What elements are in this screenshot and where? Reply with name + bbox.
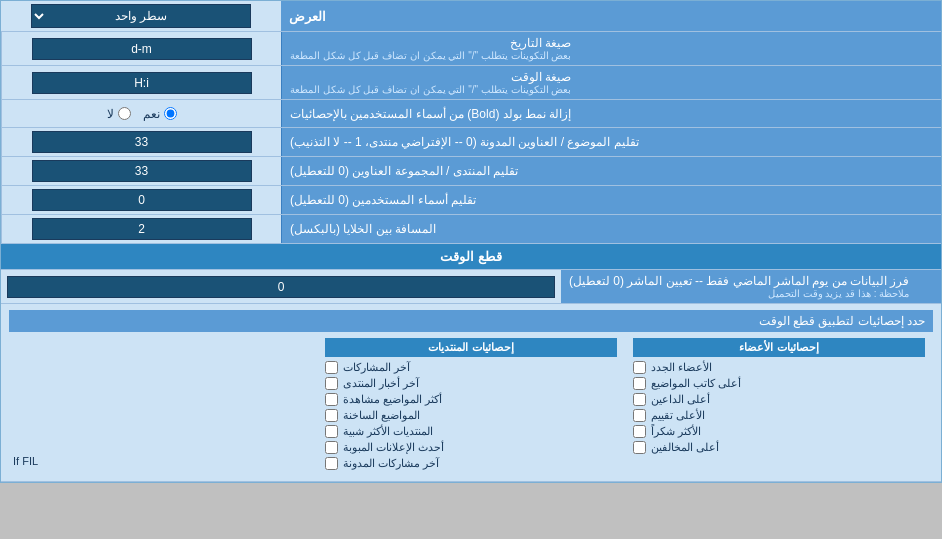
- cb-top-writers-input[interactable]: [633, 377, 646, 390]
- trim-users-row: تقليم أسماء المستخدمين (0 للتعطيل): [1, 186, 941, 215]
- checkbox-col-members: إحصائيات الأعضاء الأعضاء الجدد أعلى كاتب…: [625, 336, 933, 475]
- cb-latest-classifieds-label: أحدث الإعلانات المبوبة: [343, 441, 444, 454]
- bold-remove-radio-cell: نعم لا: [1, 100, 281, 127]
- main-container: العرض سطر واحد سطرين ثلاثة أسطر صيغة الت…: [0, 0, 942, 483]
- cb-top-inviters-label: أعلى الداعين: [651, 393, 710, 406]
- cb-new-members-label: الأعضاء الجدد: [651, 361, 712, 374]
- cb-most-viewed-input[interactable]: [325, 393, 338, 406]
- bold-remove-label: إزالة نمط بولد (Bold) من أسماء المستخدمي…: [290, 107, 571, 121]
- cb-last-blog-posts: آخر مشاركات المدونة: [325, 457, 617, 470]
- time-format-input-cell: [1, 66, 281, 99]
- cb-top-violators-label: أعلى المخالفين: [651, 441, 719, 454]
- cb-top-violators: أعلى المخالفين: [633, 441, 925, 454]
- trim-subject-row: تقليم الموضوع / العناوين المدونة (0 -- ا…: [1, 128, 941, 157]
- cb-hot-topics-input[interactable]: [325, 409, 338, 422]
- bold-yes-text: نعم: [143, 107, 160, 121]
- trim-subject-label-cell: تقليم الموضوع / العناوين المدونة (0 -- ا…: [281, 128, 941, 156]
- if-fil-label: If FIL: [9, 451, 42, 471]
- top-label-text: العرض: [289, 9, 326, 24]
- cb-last-posts: آخر المشاركات: [325, 361, 617, 374]
- cutoff-label-cell: فرز البيانات من يوم الماشر الماضي فقط --…: [561, 270, 941, 303]
- cb-forum-news: آخر أخبار المنتدى: [325, 377, 617, 390]
- cutoff-note: ملاحظة : هذا قد يزيد وقت التحميل: [569, 288, 909, 299]
- trim-users-input[interactable]: [32, 189, 252, 211]
- top-label: العرض: [281, 1, 941, 31]
- cb-forum-news-input[interactable]: [325, 377, 338, 390]
- trim-forum-label: تقليم المنتدى / المجموعة العناوين (0 للت…: [290, 164, 518, 178]
- bold-no-text: لا: [107, 107, 114, 121]
- cutoff-label: فرز البيانات من يوم الماشر الماضي فقط --…: [569, 274, 909, 288]
- trim-forum-input[interactable]: [32, 160, 252, 182]
- cb-highest-rated: الأعلى تقييم: [633, 409, 925, 422]
- cb-new-members: الأعضاء الجدد: [633, 361, 925, 374]
- time-format-input[interactable]: [32, 72, 252, 94]
- cb-latest-classifieds-input[interactable]: [325, 441, 338, 454]
- trim-subject-input[interactable]: [32, 131, 252, 153]
- trim-forum-input-cell: [1, 157, 281, 185]
- trim-users-label-cell: تقليم أسماء المستخدمين (0 للتعطيل): [281, 186, 941, 214]
- cb-most-similar-input[interactable]: [325, 425, 338, 438]
- cb-new-members-input[interactable]: [633, 361, 646, 374]
- time-format-row: صيغة الوقت بعض التكوينات يتطلب "/" التي …: [1, 66, 941, 100]
- trim-users-input-cell: [1, 186, 281, 214]
- cb-highest-rated-input[interactable]: [633, 409, 646, 422]
- cell-spacing-row: المسافة بين الخلايا (بالبكسل): [1, 215, 941, 244]
- checkbox-col-forums: إحصائيات المنتديات آخر المشاركات آخر أخب…: [317, 336, 625, 475]
- cb-last-blog-posts-input[interactable]: [325, 457, 338, 470]
- trim-users-label: تقليم أسماء المستخدمين (0 للتعطيل): [290, 193, 476, 207]
- cb-top-writers: أعلى كاتب المواضيع: [633, 377, 925, 390]
- cb-hot-topics-label: المواضيع الساخنة: [343, 409, 420, 422]
- trim-forum-label-cell: تقليم المنتدى / المجموعة العناوين (0 للت…: [281, 157, 941, 185]
- time-format-sub: بعض التكوينات يتطلب "/" التي يمكن ان تضا…: [290, 84, 571, 95]
- cb-last-blog-posts-label: آخر مشاركات المدونة: [343, 457, 439, 470]
- cutoff-input-cell: [1, 270, 561, 303]
- cb-highest-rated-label: الأعلى تقييم: [651, 409, 705, 422]
- cb-most-thanks-input[interactable]: [633, 425, 646, 438]
- members-col-header: إحصائيات الأعضاء: [633, 338, 925, 357]
- bold-remove-label-cell: إزالة نمط بولد (Bold) من أسماء المستخدمي…: [281, 100, 941, 127]
- cutoff-input[interactable]: [7, 276, 555, 298]
- cb-most-viewed-label: أكثر المواضيع مشاهدة: [343, 393, 442, 406]
- date-format-label-cell: صيغة التاريخ بعض التكوينات يتطلب "/" الت…: [281, 32, 941, 65]
- date-format-row: صيغة التاريخ بعض التكوينات يتطلب "/" الت…: [1, 32, 941, 66]
- time-format-label-cell: صيغة الوقت بعض التكوينات يتطلب "/" التي …: [281, 66, 941, 99]
- section-header-text: قطع الوقت: [440, 249, 502, 264]
- trim-subject-input-cell: [1, 128, 281, 156]
- cutoff-row: فرز البيانات من يوم الماشر الماضي فقط --…: [1, 270, 941, 304]
- checkboxes-header: حدد إحصائيات لتطبيق قطع الوقت: [9, 310, 933, 332]
- checkbox-col-extra: If FIL: [9, 336, 317, 475]
- cb-most-thanks-label: الأكثر شكراً: [651, 425, 701, 438]
- checkboxes-section: حدد إحصائيات لتطبيق قطع الوقت إحصائيات ا…: [1, 304, 941, 482]
- cb-most-similar-label: المنتديات الأكثر شبية: [343, 425, 433, 438]
- cb-top-violators-input[interactable]: [633, 441, 646, 454]
- bold-remove-row: إزالة نمط بولد (Bold) من أسماء المستخدمي…: [1, 100, 941, 128]
- cb-most-thanks: الأكثر شكراً: [633, 425, 925, 438]
- bold-no-radio[interactable]: [118, 107, 131, 120]
- date-format-sub: بعض التكوينات يتطلب "/" التي يمكن ان تضا…: [290, 50, 571, 61]
- checkboxes-header-text: حدد إحصائيات لتطبيق قطع الوقت: [759, 314, 925, 328]
- cell-spacing-input-cell: [1, 215, 281, 243]
- bold-no-label[interactable]: لا: [107, 107, 131, 121]
- cell-spacing-input[interactable]: [32, 218, 252, 240]
- checkboxes-grid: إحصائيات الأعضاء الأعضاء الجدد أعلى كاتب…: [9, 336, 933, 475]
- cb-top-inviters-input[interactable]: [633, 393, 646, 406]
- date-format-label: صيغة التاريخ: [510, 36, 571, 50]
- cb-last-posts-input[interactable]: [325, 361, 338, 374]
- trim-forum-row: تقليم المنتدى / المجموعة العناوين (0 للت…: [1, 157, 941, 186]
- trim-subject-label: تقليم الموضوع / العناوين المدونة (0 -- ا…: [290, 135, 639, 149]
- date-format-input[interactable]: [32, 38, 252, 60]
- bold-yes-label[interactable]: نعم: [143, 107, 177, 121]
- cb-top-writers-label: أعلى كاتب المواضيع: [651, 377, 741, 390]
- time-format-label: صيغة الوقت: [511, 70, 571, 84]
- cb-last-posts-label: آخر المشاركات: [343, 361, 410, 374]
- display-select[interactable]: سطر واحد سطرين ثلاثة أسطر: [31, 4, 251, 28]
- cb-hot-topics: المواضيع الساخنة: [325, 409, 617, 422]
- date-format-input-cell: [1, 32, 281, 65]
- bold-yes-radio[interactable]: [164, 107, 177, 120]
- cb-forum-news-label: آخر أخبار المنتدى: [343, 377, 419, 390]
- top-row: العرض سطر واحد سطرين ثلاثة أسطر: [1, 1, 941, 32]
- cb-top-inviters: أعلى الداعين: [633, 393, 925, 406]
- cb-latest-classifieds: أحدث الإعلانات المبوبة: [325, 441, 617, 454]
- cb-most-similar: المنتديات الأكثر شبية: [325, 425, 617, 438]
- cell-spacing-label-cell: المسافة بين الخلايا (بالبكسل): [281, 215, 941, 243]
